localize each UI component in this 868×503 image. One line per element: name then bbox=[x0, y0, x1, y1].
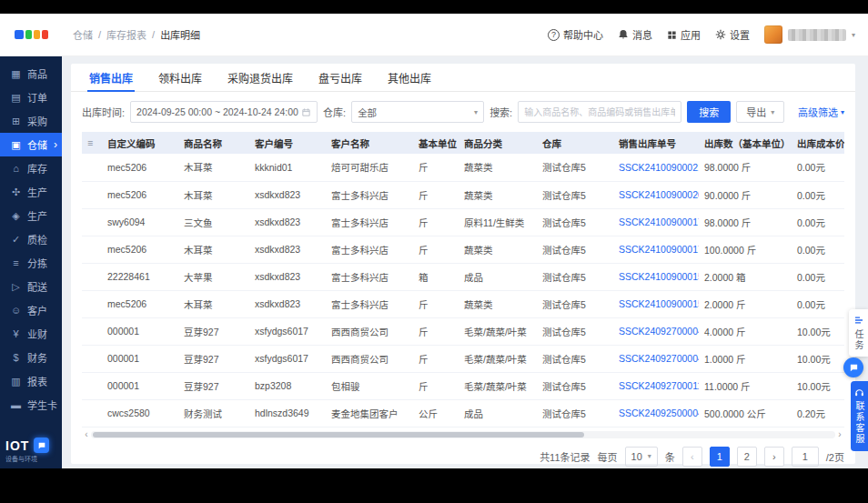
calendar-icon bbox=[301, 107, 311, 117]
sidebar-item-customers[interactable]: ☺客户 bbox=[0, 298, 62, 322]
logo-square-green bbox=[25, 30, 32, 39]
scroll-left-arrow[interactable]: ‹ bbox=[82, 429, 91, 439]
column-settings-icon[interactable]: ≡ bbox=[82, 132, 102, 154]
next-page-button[interactable]: › bbox=[764, 447, 784, 467]
table-cell: 毛菜/蔬菜/叶菜 bbox=[459, 372, 537, 399]
settings-link[interactable]: 设置 bbox=[715, 27, 750, 42]
table-cell: 22228461 bbox=[102, 263, 178, 290]
sidebar-item-warehouse[interactable]: ▣仓储› bbox=[0, 133, 62, 156]
outbound-order-link[interactable]: SSCK24100900021 bbox=[613, 154, 699, 181]
tasks-float-button[interactable]: 任务 bbox=[849, 309, 868, 357]
table-cell: 焙可可甜乐店 bbox=[326, 154, 413, 181]
tab-other-outbound[interactable]: 其他出库 bbox=[375, 64, 444, 91]
iot-chat-icon[interactable] bbox=[34, 438, 49, 453]
sidebar-item-biz-finance[interactable]: ¥业财 bbox=[0, 322, 62, 346]
export-button[interactable]: 导出 ▾ bbox=[736, 101, 784, 123]
messages-link[interactable]: 消息 bbox=[618, 27, 652, 42]
row-spacer bbox=[82, 345, 102, 372]
table-cell: swy6094 bbox=[102, 208, 178, 236]
record-count: 共11条记录 bbox=[540, 449, 590, 464]
contact-support-button[interactable]: 联系客服 bbox=[851, 381, 868, 451]
outbound-order-link[interactable]: SSCK24092700004 bbox=[613, 345, 699, 372]
outbound-order-link[interactable]: SSCK24092700011 bbox=[613, 372, 699, 399]
per-page-value: 10 bbox=[631, 451, 642, 462]
iot-logo-subtitle: 设备与环境 bbox=[5, 454, 56, 463]
outbound-order-link[interactable]: SSCK24100900017 bbox=[613, 208, 699, 236]
tab-sales-outbound[interactable]: 销售出库 bbox=[76, 64, 146, 91]
page-button-1[interactable]: 1 bbox=[710, 447, 730, 467]
gear-icon bbox=[715, 29, 726, 40]
table-cell: mec5206 bbox=[102, 236, 178, 263]
truck-icon: ▷ bbox=[10, 281, 22, 293]
pagination: 共11条记录 每页 10 ▾ 条 ‹ 12 › 1 /2页 bbox=[71, 439, 855, 474]
sidebar-item-production[interactable]: ✣生产 bbox=[0, 180, 62, 204]
table-cell: 原料11/生鲜类 bbox=[459, 208, 537, 236]
table-cell: 100.0000 斤 bbox=[699, 236, 792, 263]
per-page-select[interactable]: 10 ▾ bbox=[625, 447, 658, 467]
row-spacer bbox=[82, 208, 102, 236]
breadcrumb-inventory-report[interactable]: 库存报表 bbox=[106, 27, 146, 42]
help-center-link[interactable]: ? 帮助中心 bbox=[548, 27, 603, 42]
sidebar-item-orders[interactable]: ▤订单 bbox=[0, 86, 62, 109]
table-row: swy6094三文鱼xsdkxd823富士多科兴店斤原料11/生鲜类测试仓库5S… bbox=[82, 208, 844, 236]
sidebar-item-delivery[interactable]: ▷配送 bbox=[0, 275, 62, 298]
date-range-picker[interactable]: 2024-09-25 00:00 ~ 2024-10-24 24:00 bbox=[130, 101, 318, 123]
apps-link[interactable]: 应用 bbox=[667, 27, 701, 42]
box-icon: ▣ bbox=[10, 139, 22, 151]
outbound-order-link[interactable]: SSCK24100900017 bbox=[613, 236, 699, 263]
page-button-2[interactable]: 2 bbox=[737, 447, 757, 467]
chevron-down-icon: ▾ bbox=[771, 108, 774, 116]
sidebar-item-label: 仓储 bbox=[27, 137, 47, 152]
sidebar-item-student-card[interactable]: ▬学生卡 bbox=[0, 393, 62, 417]
sidebar-item-production-2[interactable]: ◈生产 bbox=[0, 204, 62, 227]
advanced-filter-link[interactable]: 高级筛选 ▾ bbox=[798, 105, 844, 119]
table-cell: 西西商贸公司 bbox=[326, 317, 413, 345]
breadcrumb-warehouse[interactable]: 仓储 bbox=[73, 27, 93, 42]
tab-loss-outbound[interactable]: 盘亏出库 bbox=[306, 64, 375, 91]
page-jump-input[interactable]: 1 bbox=[792, 447, 819, 467]
horizontal-scrollbar[interactable]: ‹ › bbox=[82, 430, 844, 439]
outbound-order-link[interactable]: SSCK24100900015 bbox=[613, 263, 699, 290]
table-cell: 测试仓库5 bbox=[537, 399, 613, 427]
tab-purchase-return-outbound[interactable]: 采购退货出库 bbox=[215, 64, 306, 91]
table-cell: 000001 bbox=[102, 372, 178, 399]
sidebar-item-quality-check[interactable]: ✓质检 bbox=[0, 227, 62, 251]
sidebar-item-inventory[interactable]: ⌂库存 bbox=[0, 156, 62, 180]
table-cell: 麦金地集团客户 bbox=[326, 399, 413, 427]
chevron-down-icon: ▾ bbox=[841, 108, 844, 116]
prev-page-button[interactable]: ‹ bbox=[682, 447, 702, 467]
sidebar-item-label: 分拣 bbox=[27, 256, 47, 270]
table-row: mec5206木耳菜xsdkxd823富士多科兴店斤蔬菜类测试仓库5SSCK24… bbox=[82, 290, 844, 317]
outbound-order-link[interactable]: SSCK24092700004 bbox=[613, 317, 699, 345]
table-cell: bzp3208 bbox=[249, 372, 326, 399]
sidebar-nav: ▦商品▤订单⊞采购▣仓储›⌂库存✣生产◈生产✓质检≡分拣▷配送☺客户¥业财$财务… bbox=[0, 56, 62, 417]
table-cell: xsdkxd823 bbox=[249, 236, 326, 263]
document-icon: ▤ bbox=[10, 92, 22, 104]
table-cell: 斤 bbox=[413, 154, 459, 181]
tab-material-outbound[interactable]: 领料出库 bbox=[146, 64, 215, 91]
table-cell: 箱 bbox=[413, 263, 459, 290]
search-input[interactable] bbox=[518, 101, 681, 123]
sidebar-item-products[interactable]: ▦商品 bbox=[0, 62, 62, 86]
sidebar-item-reports[interactable]: ▥报表 bbox=[0, 369, 62, 393]
date-filter-label: 出库时间: bbox=[82, 105, 125, 119]
chevron-right-icon: › bbox=[54, 138, 57, 151]
outbound-order-link[interactable]: SSCK24100900020 bbox=[613, 181, 699, 208]
support-bubble-icon[interactable] bbox=[843, 357, 863, 377]
user-menu[interactable]: ▾ bbox=[764, 25, 855, 44]
user-icon: ☺ bbox=[10, 305, 22, 316]
sidebar-item-sorting[interactable]: ≡分拣 bbox=[0, 251, 62, 275]
search-button[interactable]: 搜索 bbox=[687, 101, 731, 123]
outbound-order-link[interactable]: SSCK24100900015 bbox=[613, 290, 699, 317]
warehouse-select[interactable]: 全部 ▾ bbox=[351, 101, 484, 123]
scrollbar-thumb[interactable] bbox=[93, 432, 584, 438]
scrollbar-track[interactable] bbox=[91, 431, 835, 438]
warehouse-filter-label: 仓库: bbox=[323, 105, 346, 119]
scroll-right-arrow[interactable]: › bbox=[835, 429, 844, 439]
row-spacer bbox=[82, 236, 102, 263]
outbound-table-wrap: ≡ 自定义编码 商品名称 客户编号 客户名称 基本单位 商品分类 仓库 销售出库… bbox=[71, 132, 855, 428]
sidebar-item-purchase[interactable]: ⊞采购 bbox=[0, 109, 62, 133]
outbound-order-link[interactable]: SSCK24092500004 bbox=[613, 399, 699, 427]
sidebar-item-finance[interactable]: $财务 bbox=[0, 346, 62, 369]
chevron-down-icon: ▾ bbox=[648, 452, 651, 460]
